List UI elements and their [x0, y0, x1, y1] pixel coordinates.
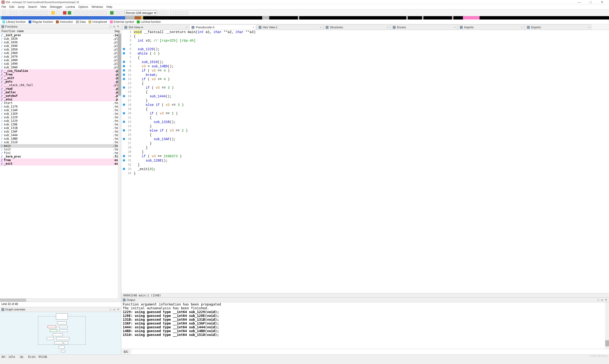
toolbar-gen3-icon[interactable] — [84, 11, 88, 15]
menu-file[interactable]: File — [1, 5, 6, 9]
function-row[interactable]: 𝑓 sub_1229.tex — [0, 119, 121, 123]
menu-help[interactable]: Help — [106, 5, 112, 9]
function-row[interactable]: 𝑓 sub_1030.plt — [0, 41, 121, 44]
breakpoint-dot-icon[interactable] — [123, 155, 125, 157]
idc-label[interactable]: IDC — [121, 349, 131, 354]
toolbar-gen4-icon[interactable] — [89, 11, 92, 15]
toolbar-gen1-icon[interactable] — [75, 11, 78, 15]
breakpoint-dot-icon[interactable] — [123, 86, 125, 89]
function-row[interactable]: 𝑓 sub_131B.tex — [0, 126, 121, 130]
toolbar-stop2-icon[interactable] — [119, 11, 123, 15]
tab-imports[interactable]: Imports× — [458, 25, 524, 30]
code-line[interactable]: 9 v3 = sub_14BD(); — [121, 64, 609, 68]
code-line[interactable]: 13 { — [121, 81, 609, 86]
close-button[interactable]: ✕ — [597, 0, 608, 4]
code-line[interactable]: 26 sub_13AF(); — [121, 137, 609, 141]
function-row[interactable]: 𝑓 _free.pl — [0, 73, 121, 76]
navbar-segment[interactable] — [141, 16, 143, 20]
breakpoint-dot-icon[interactable] — [123, 138, 125, 140]
code-line[interactable]: 33 _exit(0); — [121, 167, 609, 171]
code-line[interactable]: 21 { — [121, 116, 609, 120]
function-row[interactable]: 𝑓 sub_1040.plt — [0, 44, 121, 48]
toolbar-color-icon[interactable] — [56, 11, 60, 15]
code-line[interactable]: 12 if ( v3 <= 4 ) — [121, 77, 609, 81]
menu-lumina[interactable]: Lumina — [66, 5, 75, 9]
navbar-segment[interactable] — [463, 16, 479, 20]
functions-hscroll[interactable] — [0, 298, 121, 302]
tab-close-icon[interactable]: × — [253, 26, 254, 29]
breakpoint-dot-icon[interactable] — [123, 104, 125, 106]
panel-close-icon[interactable]: ✕ — [116, 25, 120, 28]
menu-debugger[interactable]: Debugger — [50, 5, 62, 9]
tab-ida-view-a[interactable]: IDA View-A× — [122, 25, 189, 30]
pseudocode-view[interactable]: 1void __fastcall __noreturn main(int a1,… — [121, 30, 609, 293]
function-row[interactable]: 𝑓 _read.pl — [0, 87, 121, 91]
code-line[interactable]: 7 { — [121, 56, 609, 60]
toolbar-gen5-icon[interactable] — [93, 11, 97, 15]
function-row[interactable]: 𝑓 sub_1050.plt — [0, 48, 121, 52]
code-line[interactable]: 32 } — [121, 163, 609, 167]
code-line[interactable]: 14 if ( v3 == 3 ) — [121, 86, 609, 90]
function-row[interactable]: 𝑓 freeext — [0, 158, 121, 162]
toolbar-run-icon2[interactable] — [67, 11, 71, 15]
breakpoint-dot-icon[interactable] — [123, 121, 125, 123]
code-line[interactable]: 34} — [121, 171, 609, 176]
breakpoint-dot-icon[interactable] — [123, 65, 125, 67]
breakpoint-dot-icon[interactable] — [123, 168, 125, 170]
function-row[interactable]: 𝑓 _exitext — [0, 162, 121, 166]
toolbar-refresh-icon[interactable] — [159, 11, 162, 15]
function-row[interactable]: 𝑓 init.tex — [0, 148, 121, 151]
graph-overview-canvas[interactable] — [0, 312, 121, 354]
navbar-segment[interactable] — [135, 16, 141, 20]
code-line[interactable]: 6 while ( 1 ) — [121, 52, 609, 56]
code-line[interactable]: 16 sub_1444(); — [121, 94, 609, 99]
col-function-name[interactable]: Function name — [0, 29, 94, 34]
code-line[interactable]: 18 else if ( v3 <= 3 ) — [121, 103, 609, 107]
function-row[interactable]: 𝑓 sub_1070.plt — [0, 55, 121, 59]
function-row[interactable]: 𝑓 sub_1444.tex — [0, 133, 121, 137]
function-row[interactable]: 𝑓 sub_11A0.tex — [0, 108, 121, 112]
toolbar-open-icon[interactable] — [2, 11, 6, 15]
toolbar-search-next-icon[interactable] — [25, 11, 29, 15]
tab-close-icon[interactable]: × — [588, 26, 590, 29]
navigation-bar[interactable] — [0, 16, 609, 20]
code-line[interactable]: 22 sub_131B(); — [121, 120, 609, 124]
code-line[interactable]: 3 int v3; // [rsp+2Ch] [rbp-4h] — [121, 39, 609, 43]
toolbar-pause-icon[interactable] — [115, 11, 118, 15]
function-row[interactable]: 𝑓 sub_128E.tex — [0, 123, 121, 126]
function-row[interactable]: 𝑓 _setvbuf.pl — [0, 94, 121, 98]
function-row[interactable]: 𝑓 sub_13AF.tex — [0, 130, 121, 133]
graph-close-icon[interactable]: ✕ — [116, 308, 120, 311]
tab-close-icon[interactable]: × — [454, 26, 455, 29]
idc-input[interactable] — [131, 349, 609, 354]
breakpoint-dot-icon[interactable] — [123, 95, 125, 97]
output-max-icon[interactable]: ▭ — [600, 298, 604, 301]
toolbar-lumina1-icon[interactable] — [170, 11, 174, 15]
code-line[interactable]: 15 { — [121, 90, 609, 94]
panel-max-icon[interactable]: ▭ — [113, 25, 116, 28]
maximize-button[interactable]: □ — [585, 0, 596, 4]
tab-exports[interactable]: Exports× — [525, 25, 591, 30]
breakpoint-dot-icon[interactable] — [123, 129, 125, 131]
tab-pseudocode-a[interactable]: Pseudocode-A× — [189, 25, 256, 30]
code-line[interactable]: 23 } — [121, 124, 609, 129]
function-row[interactable]: 𝑓 sub_1060.plt — [0, 52, 121, 55]
navbar-segment[interactable] — [299, 16, 406, 20]
toolbar-gen6-icon[interactable] — [98, 11, 102, 15]
output-close-icon[interactable]: ✕ — [604, 298, 608, 301]
code-line[interactable]: 1void __fastcall __noreturn main(int a1,… — [121, 30, 609, 34]
col-segment[interactable]: Seg — [94, 29, 121, 34]
menu-edit[interactable]: Edit — [9, 5, 14, 9]
code-line[interactable]: 31 sub_128E(); — [121, 158, 609, 163]
output-scrollbar[interactable] — [605, 302, 609, 349]
function-row[interactable]: 𝑓 _init_proc.ini — [0, 34, 121, 37]
navbar-segment[interactable] — [479, 16, 608, 20]
tab-hex-view-1[interactable]: Hex View-1× — [257, 25, 323, 30]
navbar-segment[interactable] — [454, 16, 463, 20]
output-undock-icon[interactable]: □ — [597, 298, 600, 301]
menu-options[interactable]: Options — [78, 5, 88, 9]
tab-structures[interactable]: Structures× — [324, 25, 390, 30]
function-row[interactable]: 𝑓 sub_1170.tex — [0, 105, 121, 108]
function-row[interactable]: 𝑓 _atoi.pl — [0, 98, 121, 101]
graph-max-icon[interactable]: ▭ — [113, 308, 116, 311]
